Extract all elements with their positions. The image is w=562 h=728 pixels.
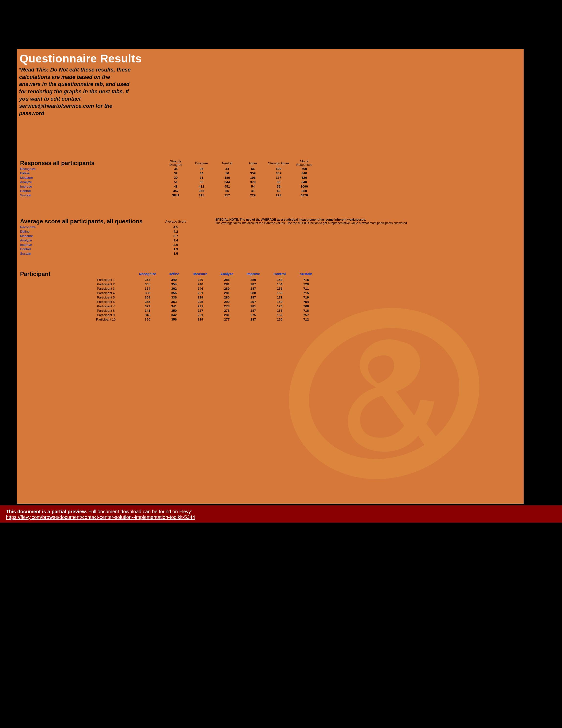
cell: 359 bbox=[240, 171, 266, 176]
page-title: Questionnaire Results bbox=[17, 49, 524, 66]
row-label: Sustain bbox=[19, 251, 163, 256]
cell: 171 bbox=[267, 295, 293, 299]
cell: 34 bbox=[189, 171, 214, 176]
cell: 1090 bbox=[291, 184, 317, 189]
cell: 56 bbox=[240, 167, 266, 171]
cell: 280 bbox=[214, 295, 240, 299]
averages-heading: Average score all participants, all ques… bbox=[19, 218, 163, 225]
cell: 4.5 bbox=[163, 225, 189, 229]
cell: 287 bbox=[240, 317, 267, 322]
participant-heading: Participant bbox=[19, 271, 77, 277]
cell: 186 bbox=[214, 176, 240, 180]
participant-name: Participant 2 bbox=[77, 282, 134, 286]
cell: 48 bbox=[163, 184, 189, 189]
cell: 353 bbox=[161, 299, 187, 304]
participant-name: Participant 1 bbox=[77, 277, 134, 282]
cell: 715 bbox=[293, 277, 319, 282]
cell: 289 bbox=[214, 286, 240, 291]
cell: 239 bbox=[187, 317, 214, 322]
cell: 718 bbox=[293, 308, 319, 313]
cell: 150 bbox=[267, 317, 293, 322]
cell: 30 bbox=[163, 176, 189, 180]
averages-note-bold: SPECIAL NOTE: The use of the AVERAGE as … bbox=[215, 218, 366, 221]
table-row: Measure3031186196177620 bbox=[19, 176, 317, 180]
row-label: Measure bbox=[19, 176, 163, 180]
cell: 345 bbox=[134, 313, 161, 317]
table-row: Define4.2 bbox=[19, 229, 189, 234]
cell: 790 bbox=[291, 167, 317, 171]
table-row: Participant 5369336239280287171719 bbox=[19, 295, 319, 299]
watermark-seal-icon bbox=[274, 293, 494, 494]
table-row: Sustain1.5 bbox=[19, 251, 189, 256]
pcol-analyze: Analyze bbox=[214, 271, 240, 277]
cell: 221 bbox=[187, 291, 214, 295]
cell: 350 bbox=[134, 317, 161, 322]
row-label: Control bbox=[19, 247, 163, 251]
cell: 4870 bbox=[291, 193, 317, 198]
col-agree: Agree bbox=[240, 160, 266, 167]
cell: 35 bbox=[163, 167, 189, 171]
cell: 290 bbox=[214, 299, 240, 304]
cell: 362 bbox=[134, 277, 161, 282]
preview-footer: This document is a partial preview. Full… bbox=[0, 505, 562, 523]
cell: 754 bbox=[293, 299, 319, 304]
cell: 715 bbox=[293, 291, 319, 295]
cell: 3841 bbox=[163, 193, 189, 198]
cell: 359 bbox=[266, 171, 291, 176]
cell: 257 bbox=[214, 193, 240, 198]
cell: 55 bbox=[214, 189, 240, 193]
cell: 358 bbox=[134, 291, 161, 295]
footer-rest: Full document download can be found on F… bbox=[87, 509, 192, 514]
cell: 356 bbox=[161, 317, 187, 322]
table-row: Recognize4.5 bbox=[19, 225, 189, 229]
table-row: Participant 9345342221281275152757 bbox=[19, 313, 319, 317]
averages-note: SPECIAL NOTE: The use of the AVERAGE as … bbox=[215, 218, 408, 225]
col-nbr-responses: Nbr ofResponses bbox=[292, 160, 316, 167]
cell: 365 bbox=[134, 282, 161, 286]
participant-name: Participant 7 bbox=[77, 304, 134, 308]
cell: 154 bbox=[267, 282, 293, 286]
participant-name: Participant 3 bbox=[77, 286, 134, 291]
pcol-measure: Measure bbox=[187, 271, 214, 277]
cell: 228 bbox=[266, 193, 291, 198]
table-row: Improve4848245154551090 bbox=[19, 184, 317, 189]
col-neutral: Neutral bbox=[214, 160, 240, 167]
cell: 2.6 bbox=[163, 242, 189, 247]
responses-heading: Responses all participants bbox=[19, 160, 163, 167]
cell: 286 bbox=[214, 277, 240, 282]
cell: 144 bbox=[267, 277, 293, 282]
cell: 757 bbox=[293, 313, 319, 317]
cell: 729 bbox=[293, 282, 319, 286]
cell: 44 bbox=[214, 167, 240, 171]
footer-link[interactable]: https://flevy.com/browse/document/contac… bbox=[6, 514, 195, 520]
cell: 31 bbox=[189, 176, 214, 180]
cell: 36 bbox=[189, 180, 214, 184]
cell: 54 bbox=[240, 184, 266, 189]
pcol-recognize: Recognize bbox=[134, 271, 161, 277]
cell: 55 bbox=[266, 184, 291, 189]
cell: 850 bbox=[291, 189, 317, 193]
table-row: Participant 10350356239277287150712 bbox=[19, 317, 319, 322]
table-row: Sustain38413152572292284870 bbox=[19, 193, 317, 198]
pcol-define: Define bbox=[161, 271, 187, 277]
page: Questionnaire Results *Read This: Do Not… bbox=[0, 0, 562, 728]
cell: 56 bbox=[214, 171, 240, 176]
cell: 221 bbox=[187, 313, 214, 317]
table-row: Participant 8341350227278287156718 bbox=[19, 308, 319, 313]
participant-name: Participant 8 bbox=[77, 308, 134, 313]
cell: 281 bbox=[214, 282, 240, 286]
cell: 3.7 bbox=[163, 234, 189, 238]
cell: 451 bbox=[214, 184, 240, 189]
row-label: Analyze bbox=[19, 238, 163, 242]
cell: 362 bbox=[161, 286, 187, 291]
pcol-sustain: Sustain bbox=[293, 271, 319, 277]
table-row: Analyze513634437930840 bbox=[19, 180, 317, 184]
cell: 177 bbox=[266, 176, 291, 180]
cell: 712 bbox=[293, 317, 319, 322]
cell: 347 bbox=[163, 189, 189, 193]
participant-name: Participant 10 bbox=[77, 317, 134, 322]
cell: 278 bbox=[214, 308, 240, 313]
cell: 281 bbox=[214, 313, 240, 317]
cell: 156 bbox=[267, 308, 293, 313]
cell: 1.9 bbox=[163, 247, 189, 251]
